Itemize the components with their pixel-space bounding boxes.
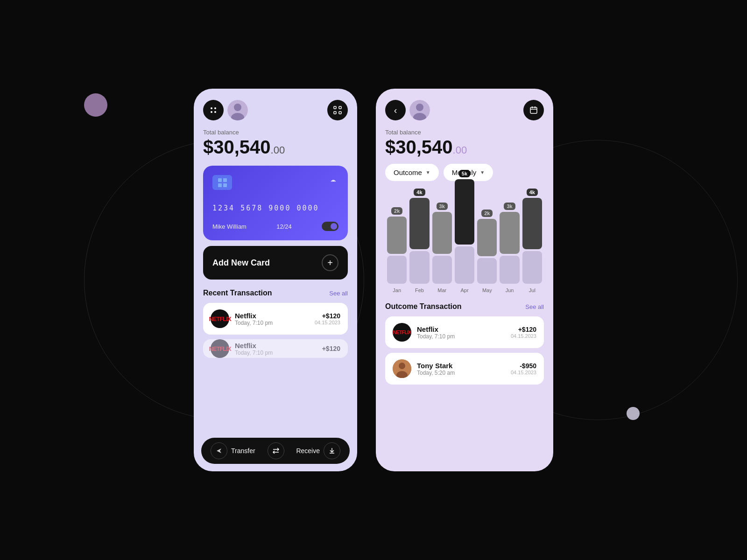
- transaction-info-1: Netflix Today, 7:10 pm: [235, 312, 309, 326]
- transaction-name-1: Netflix: [235, 312, 309, 320]
- phone1-header-left: [203, 100, 248, 120]
- exchange-icon: [268, 442, 284, 459]
- transfer-nav-btn[interactable]: Transfer: [211, 442, 255, 459]
- phones-container: Total balance $30,540.00: [194, 89, 553, 471]
- svg-point-13: [416, 104, 423, 111]
- transfer-icon: [211, 442, 227, 459]
- bar-seg1-Jan: [387, 217, 407, 254]
- balance-cents-p1: .00: [271, 144, 285, 156]
- chart-col-Apr: 5k: [455, 170, 474, 284]
- card-top: [212, 175, 338, 190]
- balance-amount-p2: $30,540.00: [385, 138, 544, 156]
- svg-point-0: [211, 107, 212, 109]
- transaction-netflix-p2: NETFLIX Netflix Today, 7:10 pm +$120 04.…: [385, 316, 544, 348]
- chart-bars: 2k4k3k5k2k3k4k: [387, 190, 542, 284]
- svg-point-2: [211, 111, 212, 113]
- tony-name: Tony Stark: [417, 362, 505, 370]
- bar-seg2-Mar: [432, 256, 452, 284]
- add-card-button[interactable]: Add New Card +: [203, 246, 348, 280]
- phone-1: Total balance $30,540.00: [194, 89, 357, 471]
- back-button[interactable]: ‹: [385, 100, 406, 120]
- card-chip: [212, 175, 232, 190]
- balance-label-p1: Total balance: [203, 129, 348, 136]
- outcome-arrow-icon: ▼: [426, 170, 430, 175]
- card-toggle[interactable]: [322, 222, 338, 231]
- netflix-logo-p2: NETFLIX: [393, 323, 411, 342]
- balance-whole-p1: $30,540: [203, 137, 271, 157]
- bar-seg1-May: [477, 219, 497, 256]
- transaction-time-1: Today, 7:10 pm: [235, 320, 309, 326]
- tony-date: 04.15.2023: [511, 370, 536, 375]
- receive-icon: [324, 442, 340, 459]
- add-card-label: Add New Card: [212, 258, 270, 268]
- exchange-nav-btn[interactable]: [268, 442, 284, 459]
- bar-seg1-Mar: [432, 212, 452, 254]
- bar-seg2-May: [477, 258, 497, 284]
- chart-month-May: May: [477, 287, 497, 293]
- svg-rect-7: [334, 106, 336, 109]
- see-all-p2[interactable]: See all: [525, 303, 544, 310]
- netflix-amount-p2: +$120 04.15.2023: [511, 326, 536, 339]
- bar-label-Apr: 5k: [459, 170, 470, 177]
- netflix-date-p2: 04.15.2023: [511, 333, 536, 339]
- menu-button[interactable]: [203, 100, 224, 120]
- transaction-tony-p2: Tony Stark Today, 5:20 am -$950 04.15.20…: [385, 353, 544, 385]
- chart-col-Jul: 4k: [522, 189, 542, 284]
- phone2-header-left: ‹: [385, 100, 430, 120]
- svg-point-5: [234, 104, 241, 111]
- transaction-item-netflix-p1: NETFLIX Netflix Today, 7:10 pm +$120 04.…: [203, 303, 348, 335]
- outcome-label: Outcome: [394, 168, 422, 176]
- card-number: 1234 5678 9000 0000: [212, 204, 338, 212]
- bar-label-Feb: 4k: [414, 189, 425, 196]
- chart-col-May: 2k: [477, 210, 497, 284]
- netflix-time-p2: Today, 7:10 pm: [417, 333, 505, 340]
- bg-dot-pink: [84, 93, 107, 117]
- balance-whole-p2: $30,540: [385, 137, 453, 157]
- svg-point-3: [214, 111, 216, 113]
- svg-rect-10: [339, 112, 341, 114]
- receive-nav-btn[interactable]: Receive: [296, 442, 340, 459]
- chart-container: 2k4k3k5k2k3k4k JanFebMarAprMayJunJul: [385, 190, 544, 293]
- netflix-logo-partial: NETFLIX: [211, 339, 229, 358]
- transaction-item-partial-p1: NETFLIX Netflix Today, 7:10 pm +$120: [203, 339, 348, 358]
- transaction-info-partial: Netflix Today, 7:10 pm: [235, 342, 317, 356]
- svg-rect-9: [334, 112, 336, 114]
- transaction-name-partial: Netflix: [235, 342, 317, 350]
- svg-point-20: [399, 363, 405, 369]
- avatar-phone1: [227, 100, 248, 120]
- transfer-label: Transfer: [231, 447, 255, 455]
- bar-label-Jul: 4k: [527, 189, 538, 196]
- chart-month-Jul: Jul: [522, 287, 542, 293]
- recent-transaction-title: Recent Transaction: [203, 289, 272, 297]
- see-all-p1[interactable]: See all: [329, 290, 348, 297]
- balance-amount-p1: $30,540.00: [203, 138, 348, 156]
- outcome-transaction-header: Outcome Transaction See all: [385, 302, 544, 311]
- scan-button[interactable]: [327, 100, 348, 120]
- bar-label-Jan: 2k: [391, 207, 402, 215]
- netflix-name-p2: Netflix: [417, 325, 505, 333]
- tony-time: Today, 5:20 am: [417, 370, 505, 376]
- outcome-dropdown[interactable]: Outcome ▼: [385, 164, 439, 181]
- phone2-header: ‹: [385, 100, 544, 120]
- bar-seg2-Jan: [387, 256, 407, 284]
- chart-month-Feb: Feb: [409, 287, 429, 293]
- avatar-phone2: [409, 100, 430, 120]
- svg-point-1: [214, 107, 216, 109]
- bar-label-Mar: 3k: [437, 203, 448, 210]
- chart-col-Jun: 3k: [500, 203, 519, 284]
- balance-label-p2: Total balance: [385, 129, 544, 136]
- netflix-icon-p2: NETFLIX: [393, 329, 411, 335]
- recent-transaction-header: Recent Transaction See all: [203, 289, 348, 297]
- tony-avatar: [393, 359, 411, 378]
- chart-col-Feb: 4k: [409, 189, 429, 284]
- netflix-icon-p1: NETFLIX: [209, 315, 231, 322]
- receive-label: Receive: [296, 447, 320, 455]
- card-nfc-icon: [328, 176, 338, 189]
- chart-x-labels: JanFebMarAprMayJunJul: [387, 287, 542, 293]
- add-icon: +: [322, 254, 338, 271]
- calendar-button[interactable]: [523, 100, 544, 120]
- chart-month-Jan: Jan: [387, 287, 407, 293]
- bar-seg1-Jun: [500, 212, 519, 254]
- amount-date-1: 04.15.2023: [315, 320, 340, 325]
- bar-seg1-Jul: [522, 198, 542, 249]
